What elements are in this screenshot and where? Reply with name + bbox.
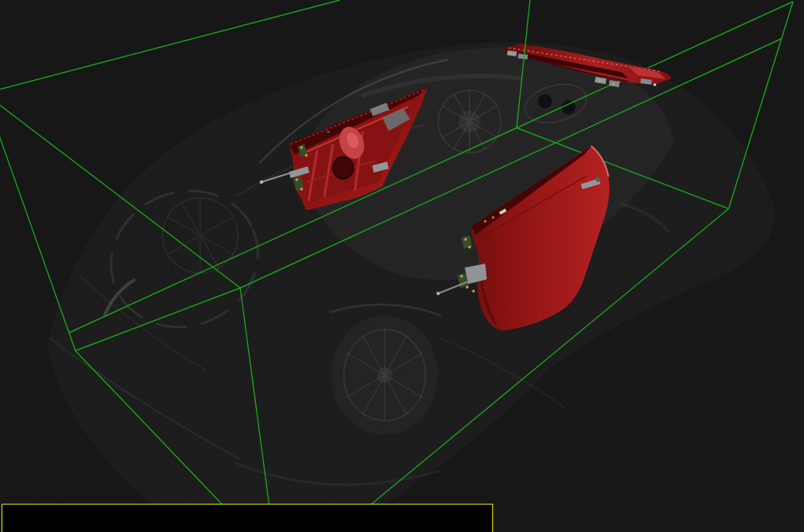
status-bar: Camera: pos -2.94 3.38 -0.28, dir 0.58 -… [2,504,493,532]
film-grain-overlay [0,0,804,532]
render-viewport[interactable]: Camera: pos -2.94 3.38 -0.28, dir 0.58 -… [0,0,804,532]
scene-canvas[interactable] [0,0,804,532]
